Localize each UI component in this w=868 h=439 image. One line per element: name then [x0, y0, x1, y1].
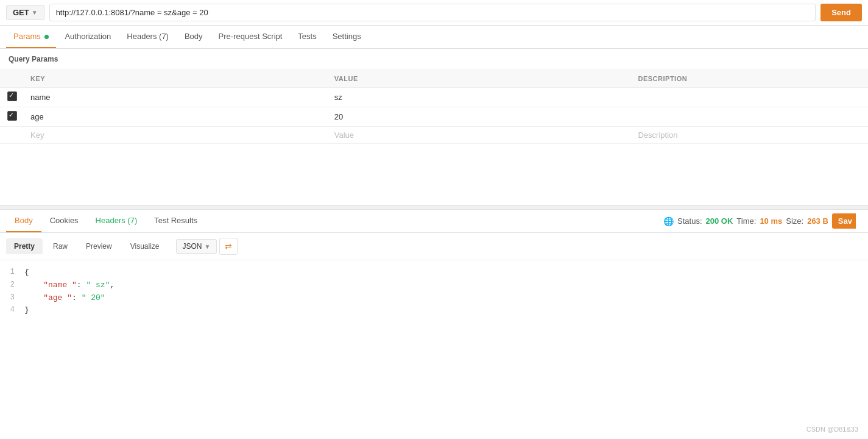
- col-description: DESCRIPTION: [632, 70, 869, 88]
- row1-value[interactable]: sz: [328, 88, 632, 107]
- time-value: 10 ms: [760, 216, 782, 226]
- request-tabs: Params Authorization Headers (7) Body Pr…: [0, 26, 868, 49]
- tab-headers[interactable]: Headers (7): [119, 26, 176, 48]
- row2-description[interactable]: [632, 107, 869, 127]
- res-tab-body[interactable]: Body: [6, 210, 41, 232]
- send-button[interactable]: Send: [820, 4, 862, 21]
- empty-space: [0, 144, 868, 205]
- table-row: name sz: [0, 88, 868, 107]
- line-num-2: 2: [0, 279, 24, 291]
- col-checkbox: [0, 70, 24, 88]
- row2-checkbox-cell: [0, 107, 24, 127]
- row1-key[interactable]: name: [24, 88, 328, 107]
- row2-checkbox[interactable]: [7, 111, 17, 121]
- placeholder-description[interactable]: Description: [632, 127, 869, 144]
- tab-params[interactable]: Params: [6, 26, 56, 48]
- time-label: Time:: [736, 216, 756, 226]
- format-select-label: JSON: [183, 242, 202, 251]
- col-key: KEY: [24, 70, 328, 88]
- url-input[interactable]: [49, 4, 816, 21]
- placeholder-row: Key Value Description: [0, 127, 868, 144]
- status-bar: 🌐 Status: 200 OK Time: 10 ms Size: 263 B…: [663, 213, 862, 229]
- row2-key[interactable]: age: [24, 107, 328, 127]
- line-content-3: "age ": " 20": [24, 292, 105, 305]
- table-row: age 20: [0, 107, 868, 127]
- tab-settings[interactable]: Settings: [325, 26, 369, 48]
- code-line-2: 2 "name ": " sz",: [0, 279, 868, 292]
- response-tabs-bar: Body Cookies Headers (7) Test Results 🌐 …: [0, 210, 868, 233]
- line-content-1: {: [24, 266, 29, 279]
- placeholder-value[interactable]: Value: [328, 127, 632, 144]
- line-num-1: 1: [0, 266, 24, 278]
- response-toolbar: Pretty Raw Preview Visualize JSON ▼ ⇄: [0, 233, 868, 260]
- format-tab-visualize[interactable]: Visualize: [122, 238, 168, 254]
- res-tab-headers[interactable]: Headers (7): [87, 210, 146, 232]
- method-select[interactable]: GET ▼: [6, 5, 44, 20]
- format-tab-pretty[interactable]: Pretty: [6, 238, 43, 254]
- format-tab-preview[interactable]: Preview: [78, 238, 120, 254]
- row1-description[interactable]: [632, 88, 869, 107]
- size-label: Size:: [786, 216, 803, 226]
- tab-authorization[interactable]: Authorization: [57, 26, 118, 48]
- line-content-2: "name ": " sz",: [24, 279, 115, 292]
- section-divider: [0, 205, 868, 210]
- size-value: 263 B: [807, 216, 828, 226]
- res-tab-cookies[interactable]: Cookies: [41, 210, 87, 232]
- status-value: 200 OK: [706, 216, 733, 226]
- code-line-4: 4 }: [0, 304, 868, 317]
- globe-icon: 🌐: [663, 216, 674, 226]
- line-content-4: }: [24, 304, 29, 317]
- tab-body[interactable]: Body: [177, 26, 210, 48]
- response-code-area: 1 { 2 "name ": " sz", 3 "age ": " 20" 4 …: [0, 260, 868, 323]
- format-select[interactable]: JSON ▼: [176, 239, 217, 254]
- format-select-chevron: ▼: [205, 243, 211, 250]
- line-num-3: 3: [0, 292, 24, 304]
- status-label: Status:: [677, 216, 702, 226]
- save-button-partial[interactable]: Sav: [832, 213, 856, 229]
- query-params-title: Query Params: [0, 49, 868, 70]
- method-chevron-icon: ▼: [32, 9, 38, 16]
- params-table-header: KEY VALUE DESCRIPTION: [0, 70, 868, 88]
- tab-tests[interactable]: Tests: [291, 26, 323, 48]
- row1-checkbox-cell: [0, 88, 24, 107]
- params-table: KEY VALUE DESCRIPTION name sz age 20 Key…: [0, 70, 868, 144]
- code-line-3: 3 "age ": " 20": [0, 292, 868, 305]
- col-value: VALUE: [328, 70, 632, 88]
- format-tab-raw[interactable]: Raw: [45, 238, 76, 254]
- code-line-1: 1 {: [0, 266, 868, 279]
- method-label: GET: [13, 8, 29, 17]
- res-tab-test-results[interactable]: Test Results: [146, 210, 206, 232]
- line-num-4: 4: [0, 304, 24, 316]
- placeholder-key[interactable]: Key: [24, 127, 328, 144]
- tab-pre-request-script[interactable]: Pre-request Script: [211, 26, 290, 48]
- wrap-button[interactable]: ⇄: [219, 238, 238, 255]
- url-bar: GET ▼ Send: [0, 0, 868, 26]
- row2-value[interactable]: 20: [328, 107, 632, 127]
- response-section: Body Cookies Headers (7) Test Results 🌐 …: [0, 210, 868, 323]
- wrap-icon: ⇄: [225, 241, 232, 251]
- params-active-dot: [44, 35, 49, 39]
- row1-checkbox[interactable]: [7, 91, 17, 101]
